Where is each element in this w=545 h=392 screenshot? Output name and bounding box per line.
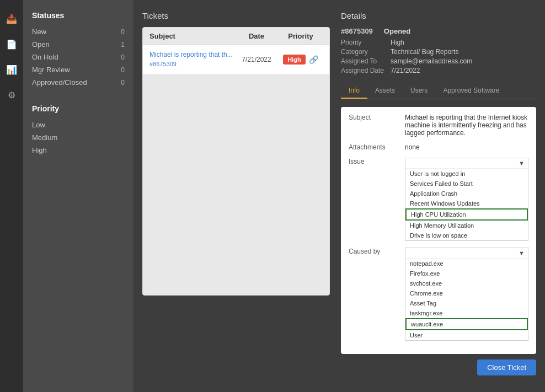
caused-by-dropdown[interactable]: ▼ notepad.exe Firefox.exe svchost.exe Ch…: [405, 248, 528, 341]
status-item-open[interactable]: Open 1: [32, 38, 125, 51]
info-key-caused-by: Caused by: [349, 248, 398, 255]
info-key-subject: Subject: [349, 114, 398, 121]
tickets-table: Subject Date Priority Michael is reporti…: [142, 27, 330, 296]
tickets-empty-area: [143, 74, 329, 295]
caused-by-option-2[interactable]: Firefox.exe: [405, 269, 528, 278]
ticket-priority-cell: High 🔗: [279, 55, 323, 65]
ticket-number: #8675309: [149, 61, 177, 67]
status-item-mgrreview[interactable]: Mgr Review 0: [32, 63, 125, 76]
gear-icon[interactable]: ⚙: [4, 87, 19, 103]
details-title: Details: [341, 11, 536, 20]
issue-option-1[interactable]: User is not logged in: [405, 169, 528, 179]
caused-by-option-1[interactable]: notepad.exe: [405, 259, 528, 269]
statuses-heading: Statuses: [32, 11, 125, 20]
caused-by-dropdown-arrow: ▼: [519, 250, 525, 256]
info-row-attachments: Attachments none: [349, 143, 528, 151]
meta-key-priority: Priority: [341, 39, 384, 46]
details-meta-grid: Priority High Category Technical/ Bug Re…: [341, 39, 536, 74]
caused-by-option-4[interactable]: Chrome.exe: [405, 288, 528, 298]
meta-val-assigned-date: 7/21/2022: [391, 67, 536, 74]
caused-by-option-7-selected[interactable]: wuauclt.exe: [405, 318, 528, 330]
meta-val-assigned-to: sample@emailaddress.com: [391, 57, 536, 65]
priority-heading: Priority: [32, 104, 125, 113]
ticket-date: 7/21/2022: [234, 56, 279, 63]
meta-val-category: Technical/ Bug Reports: [391, 48, 536, 56]
ticket-opened-label: Opened: [384, 27, 410, 35]
caused-by-dropdown-container: ▼ notepad.exe Firefox.exe svchost.exe Ch…: [405, 248, 528, 341]
issue-dropdown-container: ▼ User is not logged in Services Failed …: [405, 158, 528, 241]
priority-badge: High: [283, 55, 305, 65]
issue-dropdown-arrow: ▼: [519, 160, 525, 167]
col-header-subject: Subject: [149, 32, 234, 40]
ticket-subject-cell: Michael is reporting that th... #8675309: [149, 51, 234, 68]
issue-dropdown-header: ▼: [405, 158, 528, 169]
info-val-subject: Michael is reporting that the Internet k…: [405, 114, 528, 137]
tickets-table-header: Subject Date Priority: [143, 28, 329, 45]
info-val-attachments: none: [405, 143, 528, 151]
table-row[interactable]: Michael is reporting that th... #8675309…: [143, 45, 329, 74]
ticket-id-row: #8675309 Opened: [341, 27, 536, 35]
meta-key-assigned-date: Assigned Date: [341, 67, 384, 74]
priority-section: Priority Low Medium High: [32, 104, 125, 157]
caused-by-option-3[interactable]: svchost.exe: [405, 278, 528, 288]
meta-val-priority: High: [391, 39, 536, 46]
status-item-approved-closed[interactable]: Approved/Closed 0: [32, 76, 125, 89]
ticket-id: #8675309: [341, 27, 373, 35]
col-header-priority: Priority: [279, 32, 323, 40]
issue-options-list: User is not logged in Services Failed to…: [405, 169, 528, 240]
close-ticket-button[interactable]: Close Ticket: [477, 359, 536, 375]
issue-dropdown[interactable]: ▼ User is not logged in Services Failed …: [405, 158, 528, 241]
meta-key-assigned-to: Assigned To: [341, 57, 384, 65]
priority-item-medium[interactable]: Medium: [32, 131, 125, 144]
document-icon[interactable]: 📄: [4, 36, 19, 52]
inbox-icon[interactable]: 📥: [4, 11, 19, 26]
left-filter-panel: Statuses New 0 Open 1 On Hold 0 Mgr Revi…: [23, 0, 133, 392]
tab-approved-software[interactable]: Approved Software: [435, 83, 507, 99]
priority-item-low[interactable]: Low: [32, 119, 125, 131]
info-key-attachments: Attachments: [349, 143, 398, 151]
issue-option-3[interactable]: Application Crash: [405, 189, 528, 198]
info-panel: Subject Michael is reporting that the In…: [341, 107, 536, 354]
priority-item-high[interactable]: High: [32, 144, 125, 157]
main-content: Tickets Subject Date Priority Michael is…: [133, 0, 545, 392]
caused-by-dropdown-header: ▼: [405, 248, 528, 259]
chart-icon[interactable]: 📊: [4, 62, 19, 77]
info-row-issue: Issue ▼ User is not logged in Services F…: [349, 158, 528, 241]
caused-by-option-8[interactable]: User: [405, 330, 528, 340]
info-key-issue: Issue: [349, 158, 398, 165]
caused-by-options-list: notepad.exe Firefox.exe svchost.exe Chro…: [405, 259, 528, 340]
meta-key-category: Category: [341, 48, 384, 56]
tab-info[interactable]: Info: [341, 83, 367, 99]
detail-tabs: Info Assets Users Approved Software: [341, 83, 536, 99]
tab-users[interactable]: Users: [403, 83, 435, 99]
tickets-section: Tickets Subject Date Priority Michael is…: [142, 11, 330, 381]
tab-assets[interactable]: Assets: [367, 83, 403, 99]
ticket-subject-link[interactable]: Michael is reporting that th...: [149, 51, 234, 58]
details-section: Details #8675309 Opened Priority High Ca…: [341, 11, 536, 381]
status-item-new[interactable]: New 0: [32, 25, 125, 38]
caused-by-option-6[interactable]: taskmgr.exe: [405, 308, 528, 318]
tickets-title: Tickets: [142, 11, 330, 20]
caused-by-option-5[interactable]: Asset Tag: [405, 298, 528, 308]
sidebar-icons-panel: 📥 📄 📊 ⚙: [0, 0, 23, 392]
status-item-onhold[interactable]: On Hold 0: [32, 51, 125, 63]
issue-option-2[interactable]: Services Failed to Start: [405, 179, 528, 189]
info-row-caused-by: Caused by ▼ notepad.exe Firefox.exe svch…: [349, 248, 528, 341]
attachment-icon: 🔗: [309, 55, 318, 64]
issue-option-6[interactable]: High Memory Utilization: [405, 221, 528, 230]
col-header-date: Date: [234, 32, 279, 40]
issue-option-5-selected[interactable]: High CPU Utilization: [405, 208, 528, 221]
issue-option-4[interactable]: Recent Windows Updates: [405, 198, 528, 208]
issue-option-7[interactable]: Drive is low on space: [405, 230, 528, 240]
info-row-subject: Subject Michael is reporting that the In…: [349, 114, 528, 137]
